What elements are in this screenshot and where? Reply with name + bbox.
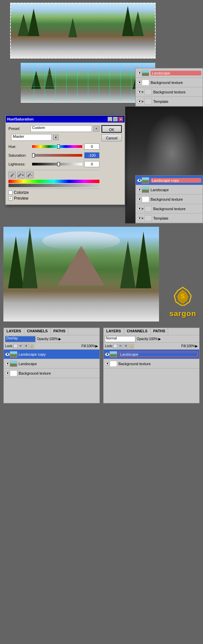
layers-section: LAYERS CHANNELS PATHS Overlay Opacity: 1…	[0, 325, 203, 406]
eye-icon-bg2-1[interactable]	[137, 198, 142, 201]
eye-lp-lc[interactable]	[5, 353, 10, 356]
layer-row-landscape-2[interactable]: Landscape	[136, 185, 203, 195]
layer-label-bg2-1: Background texture	[151, 197, 201, 201]
tab-paths-right[interactable]: PATHS	[151, 328, 168, 335]
layer-row-template-2[interactable]: ▶ Template	[136, 214, 203, 223]
layer-row-lp-bg[interactable]: Background texture	[4, 369, 99, 378]
eye-icon-l2[interactable]	[137, 188, 142, 192]
logo-text: sargon	[170, 309, 196, 318]
layer-label-bg2-2: Background texture	[153, 207, 201, 211]
layer-row-template[interactable]: ▶ Template	[136, 97, 203, 106]
blend-mode-select-right[interactable]: Normal	[105, 336, 135, 342]
expand-arrow-bg2[interactable]: ▶	[142, 90, 144, 93]
lock-all-left[interactable]: 🔒	[29, 344, 34, 349]
lightness-slider-track[interactable]	[32, 162, 82, 166]
lock-position-right[interactable]: ✛	[124, 344, 129, 349]
fill-arrow-right[interactable]: ▶	[195, 344, 198, 348]
label-lp-lc: Landscape copy	[19, 352, 98, 356]
hue-saturation-dialog: Hue/Saturation _ □ ✕ Preset: Custom ≡	[5, 115, 125, 205]
label-rp-bg: Background texture	[118, 362, 198, 366]
preview-row: Preview	[8, 196, 99, 201]
tab-paths-left[interactable]: PATHS	[51, 328, 69, 335]
dialog-separator-2	[8, 188, 99, 189]
landscape-image-bottom	[3, 227, 159, 321]
layer-thumb-bg2	[144, 89, 152, 95]
layer-row-lp-lc[interactable]: Landscape copy	[4, 350, 99, 359]
eye-icon-bg2-2[interactable]	[137, 207, 142, 210]
eye-lp-bg[interactable]	[5, 372, 10, 375]
layer-row-bg-texture-2[interactable]: ▶ Background texture	[136, 87, 203, 97]
layer-row-rp-bg[interactable]: Background texture	[104, 359, 199, 369]
saturation-slider-track[interactable]	[32, 153, 82, 157]
expand-arrow-bg2-2[interactable]: ▶	[142, 207, 144, 210]
dialog-close-btn[interactable]: ✕	[118, 117, 123, 121]
eye-rp-bg[interactable]	[105, 362, 110, 365]
lock-all-right[interactable]: 🔒	[129, 344, 134, 349]
preview-checkbox[interactable]	[8, 196, 13, 200]
layer-label-bg2: Background texture	[153, 90, 201, 94]
cancel-button[interactable]: Cancel	[102, 134, 122, 141]
channel-options-btn[interactable]: ▼	[53, 135, 59, 140]
preset-select[interactable]: Custom	[30, 125, 92, 132]
saturation-slider-thumb[interactable]	[32, 153, 35, 157]
expand-arrow-template[interactable]: ▶	[142, 100, 144, 103]
saturation-value-input[interactable]: -100	[84, 152, 99, 158]
lock-image-left[interactable]: ✏	[19, 344, 23, 349]
eye-icon-template[interactable]	[137, 100, 142, 103]
layer-row-landscape[interactable]: Landscape	[136, 68, 203, 78]
layer-row-landscape-copy[interactable]: Landscape copy	[136, 176, 203, 185]
eyedropper-remove-tool[interactable]: 🖉-	[26, 172, 33, 178]
dialog-maximize-btn[interactable]: □	[113, 117, 118, 121]
dialog-minimize-btn[interactable]: _	[108, 117, 112, 121]
layer-row-bg2-2[interactable]: ▶ Background texture	[136, 204, 203, 214]
opacity-label-left: Opacity:	[37, 337, 49, 341]
lock-transparency-right[interactable]: ⬜	[113, 344, 118, 349]
layer-thumb-lc	[142, 177, 149, 183]
eye-icon-landscape[interactable]	[137, 71, 142, 75]
layer-row-rp-l[interactable]: Landscape	[104, 350, 199, 359]
channel-row: Master ▼	[8, 134, 99, 141]
fill-arrow-left[interactable]: ▶	[95, 344, 98, 348]
channel-select[interactable]: Master	[11, 134, 52, 141]
layer-row-bg-texture-1[interactable]: Background texture	[136, 78, 203, 87]
thumb-rp-l	[110, 351, 117, 357]
lock-image-right[interactable]: ✏	[118, 344, 123, 349]
opacity-label-right: Opacity:	[137, 337, 149, 341]
tab-channels-left[interactable]: CHANNELS	[24, 328, 51, 335]
thumb-lp-lc	[10, 351, 17, 357]
eye-rp-l[interactable]	[105, 353, 110, 356]
eye-icon-lc[interactable]	[137, 179, 142, 182]
tab-layers-right[interactable]: LAYERS	[104, 328, 124, 335]
eye-icon-template-2[interactable]	[137, 217, 142, 220]
hue-slider-track[interactable]	[32, 145, 82, 149]
eyedropper-tool[interactable]: 🖉	[8, 172, 16, 178]
hue-value-input[interactable]: 0	[84, 143, 99, 150]
preset-icon-btn[interactable]: ≡	[93, 126, 99, 132]
layer-row-lp-l[interactable]: Landscape	[4, 359, 99, 369]
ok-cancel-column: OK Cancel	[102, 125, 122, 202]
hue-slider-thumb[interactable]	[57, 145, 60, 149]
tab-layers-left[interactable]: LAYERS	[4, 328, 24, 335]
opacity-arrow-right[interactable]: ▶	[158, 337, 161, 341]
expand-arrow-template-2[interactable]: ▶	[142, 217, 144, 220]
layer-row-bg2-1[interactable]: Background texture	[136, 195, 203, 204]
tab-channels-right[interactable]: CHANNELS	[124, 328, 151, 335]
lightness-value-input[interactable]: 0	[84, 161, 99, 167]
fill-value-left: 100%	[87, 344, 95, 348]
ok-button[interactable]: OK	[102, 125, 122, 133]
eye-lp-l[interactable]	[5, 362, 10, 365]
label-lp-bg: Background texture	[19, 371, 98, 375]
colorize-checkbox[interactable]	[8, 191, 13, 195]
opacity-arrow-left[interactable]: ▶	[59, 337, 61, 341]
eye-icon-bg1[interactable]	[137, 81, 142, 84]
layer-thumb-bg1	[142, 80, 149, 86]
lock-transparency-left[interactable]: ⬜	[13, 344, 18, 349]
layers-panel-right-header: LAYERS CHANNELS PATHS	[104, 328, 199, 335]
lock-position-left[interactable]: ✛	[24, 344, 29, 349]
eye-icon-bg2[interactable]	[137, 90, 142, 94]
blend-mode-select-left[interactable]: Overlay	[5, 336, 36, 342]
lightness-slider-thumb[interactable]	[57, 162, 60, 166]
logo-overlay: S sargon	[169, 286, 196, 318]
layer-thumb-bg2-2	[144, 206, 152, 212]
eyedropper-add-tool[interactable]: 🖉+	[17, 172, 25, 178]
